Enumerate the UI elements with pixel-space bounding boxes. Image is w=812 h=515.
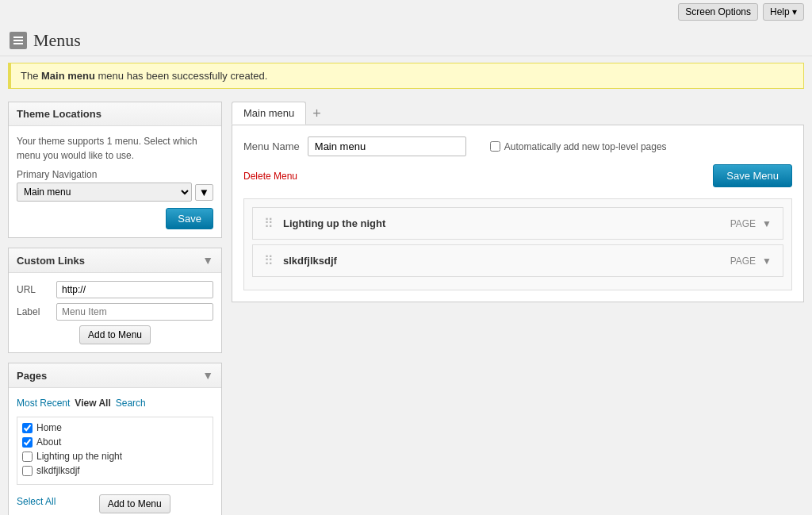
menu-panel: Menu Name Automatically add new top-leve… xyxy=(232,125,804,302)
theme-locations-heading: Theme Locations xyxy=(17,108,102,120)
page-title: Menus xyxy=(33,30,81,51)
auto-add-checkbox[interactable] xyxy=(490,141,500,152)
theme-locations-section: Theme Locations Your theme supports 1 me… xyxy=(8,102,222,238)
auto-add-label: Automatically add new top-level pages xyxy=(490,141,667,152)
primary-nav-select[interactable]: Main menu xyxy=(17,183,192,202)
success-notice: The Main menu menu has been successfully… xyxy=(8,63,804,89)
url-label: URL xyxy=(17,284,50,295)
custom-links-collapse-icon[interactable]: ▼ xyxy=(202,254,213,267)
page-item-slk: slkdfjlksdjf xyxy=(22,465,208,476)
menu-item-arrow-slk[interactable]: ▼ xyxy=(762,256,772,267)
page-item-home: Home xyxy=(22,422,208,433)
menu-item-left-lighting: ⠿ Lighting up the night xyxy=(264,216,385,231)
drag-handle-slk[interactable]: ⠿ xyxy=(264,253,274,268)
menu-item-title-lighting: Lighting up the night xyxy=(283,217,385,229)
url-row: URL xyxy=(17,281,213,298)
select-arrow-button[interactable]: ▼ xyxy=(195,184,213,201)
label-input[interactable] xyxy=(56,303,213,321)
tab-view-all[interactable]: View All xyxy=(75,396,110,410)
add-menu-tab-button[interactable]: + xyxy=(306,105,327,122)
menu-item-lighting: ⠿ Lighting up the night PAGE ▼ xyxy=(252,207,783,240)
pages-section: Pages ▼ Most Recent View All Search Home xyxy=(8,363,222,515)
page-label-lighting: Lighting up the night xyxy=(36,451,122,462)
pages-body: Most Recent View All Search Home About xyxy=(9,388,221,515)
menu-item-slk: ⠿ slkdfjlksdjf PAGE ▼ xyxy=(252,244,783,277)
auto-add-text: Automatically add new top-level pages xyxy=(504,141,667,152)
tab-main-menu[interactable]: Main menu xyxy=(232,102,306,125)
url-input[interactable] xyxy=(56,281,213,298)
page-header: Menus xyxy=(0,24,812,56)
theme-save-button[interactable]: Save xyxy=(166,208,213,229)
page-label-slk: slkdfjlksdjf xyxy=(36,465,80,476)
primary-nav-row: Main menu ▼ xyxy=(17,183,213,202)
custom-links-add-button[interactable]: Add to Menu xyxy=(79,325,151,344)
theme-locations-header: Theme Locations xyxy=(9,102,221,126)
custom-links-section: Custom Links ▼ URL Label Add to Menu xyxy=(8,248,222,353)
page-item-lighting: Lighting up the night xyxy=(22,451,208,462)
label-row: Label xyxy=(17,303,213,321)
pages-heading: Pages xyxy=(17,370,47,382)
page-checkbox-slk[interactable] xyxy=(22,466,33,476)
pages-tabs: Most Recent View All Search xyxy=(17,396,213,410)
svg-rect-2 xyxy=(13,43,23,44)
sidebar: Theme Locations Your theme supports 1 me… xyxy=(8,95,222,515)
notice-bold: Main menu xyxy=(41,70,95,82)
tab-search[interactable]: Search xyxy=(116,396,146,410)
menu-actions-row: Delete Menu Save Menu xyxy=(243,164,792,187)
page-item-about: About xyxy=(22,436,208,448)
custom-links-body: URL Label Add to Menu xyxy=(9,273,221,352)
menu-item-arrow-lighting[interactable]: ▼ xyxy=(762,218,772,229)
page-label-about: About xyxy=(36,436,61,448)
tab-most-recent[interactable]: Most Recent xyxy=(17,396,70,410)
pages-collapse-icon[interactable]: ▼ xyxy=(202,369,213,382)
menu-item-type-lighting: PAGE xyxy=(730,218,756,229)
menu-item-title-slk: slkdfjlksdjf xyxy=(283,255,337,267)
custom-links-header: Custom Links ▼ xyxy=(9,248,221,273)
menu-name-label: Menu Name xyxy=(243,140,300,152)
menu-item-right-lighting: PAGE ▼ xyxy=(730,218,772,229)
pages-footer: Select All Add to Menu xyxy=(17,490,213,513)
custom-links-heading: Custom Links xyxy=(17,255,85,267)
menus-icon xyxy=(10,32,27,49)
menu-item-left-slk: ⠿ slkdfjlksdjf xyxy=(264,253,337,268)
delete-menu-link[interactable]: Delete Menu xyxy=(243,171,297,182)
primary-nav-label: Primary Navigation xyxy=(17,169,213,180)
page-label-home: Home xyxy=(36,422,62,433)
menu-items-area: ⠿ Lighting up the night PAGE ▼ ⠿ slkdfjl… xyxy=(243,198,792,290)
menu-tabs: Main menu + xyxy=(232,102,804,125)
label-label: Label xyxy=(17,306,50,317)
main-content: Main menu + Menu Name Automatically add … xyxy=(222,95,804,515)
top-bar: Screen Options Help ▾ xyxy=(0,0,812,24)
menu-name-row: Menu Name Automatically add new top-leve… xyxy=(243,136,792,156)
theme-locations-description: Your theme supports 1 menu. Select which… xyxy=(17,134,213,163)
theme-locations-body: Your theme supports 1 menu. Select which… xyxy=(9,126,221,237)
page-checkbox-lighting[interactable] xyxy=(22,452,33,462)
menu-name-input[interactable] xyxy=(308,136,466,156)
pages-header: Pages ▼ xyxy=(9,363,221,388)
svg-rect-0 xyxy=(13,37,23,38)
pages-add-button[interactable]: Add to Menu xyxy=(99,494,170,513)
menu-item-type-slk: PAGE xyxy=(730,256,756,267)
help-button[interactable]: Help ▾ xyxy=(763,3,804,21)
save-menu-button[interactable]: Save Menu xyxy=(713,164,792,187)
page-checkbox-home[interactable] xyxy=(22,423,33,433)
drag-handle-lighting[interactable]: ⠿ xyxy=(264,216,274,231)
notice-text: menu has been successfully created. xyxy=(95,70,268,82)
page-checkbox-about[interactable] xyxy=(22,437,33,448)
main-layout: Theme Locations Your theme supports 1 me… xyxy=(0,95,812,515)
select-all-link[interactable]: Select All xyxy=(17,496,56,507)
screen-options-button[interactable]: Screen Options xyxy=(678,3,758,21)
svg-rect-1 xyxy=(13,40,23,41)
pages-checkbox-list: Home About Lighting up the night slkdfjl… xyxy=(17,417,213,485)
menu-item-right-slk: PAGE ▼ xyxy=(730,256,772,267)
